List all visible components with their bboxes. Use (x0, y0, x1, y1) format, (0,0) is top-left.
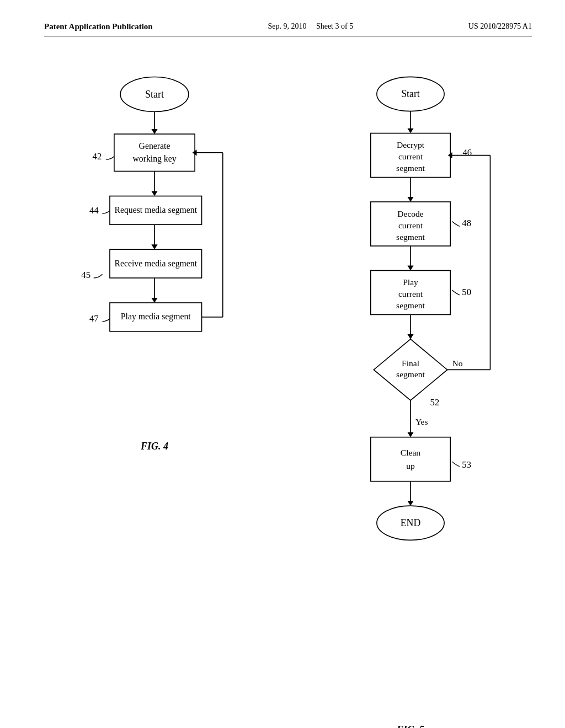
diagrams-container: Start 42 Generate working key 44 (44, 69, 532, 728)
svg-marker-59 (407, 432, 413, 437)
svg-text:48: 48 (462, 218, 471, 228)
svg-text:Start: Start (145, 89, 164, 100)
fig5-label: FIG. 5 (397, 724, 424, 728)
svg-text:47: 47 (89, 313, 99, 324)
svg-text:46: 46 (462, 147, 472, 158)
svg-marker-3 (151, 129, 157, 134)
svg-text:Decrypt: Decrypt (397, 140, 425, 149)
svg-marker-37 (407, 197, 413, 202)
svg-text:Play media segment: Play media segment (121, 312, 191, 322)
header-patent-number: US 2010/228975 A1 (468, 22, 532, 31)
svg-text:Decode: Decode (397, 209, 424, 218)
svg-text:segment: segment (396, 301, 425, 310)
svg-text:Start: Start (401, 88, 420, 99)
header-date-sheet: Sep. 9, 2010 Sheet 3 of 5 (268, 22, 353, 31)
svg-text:52: 52 (430, 397, 440, 408)
svg-marker-19 (151, 298, 157, 303)
svg-text:Final: Final (402, 358, 420, 368)
fig4-svg: Start 42 Generate working key 44 (55, 69, 254, 430)
svg-text:up: up (406, 461, 415, 470)
header-date: Sep. 9, 2010 (268, 22, 306, 30)
svg-text:Clean: Clean (401, 448, 420, 457)
svg-text:Yes: Yes (415, 417, 428, 426)
svg-text:44: 44 (89, 205, 99, 216)
svg-text:current: current (398, 152, 423, 161)
svg-marker-9 (151, 191, 157, 196)
svg-rect-5 (114, 134, 195, 172)
svg-text:50: 50 (462, 287, 471, 297)
fig5-svg: Start 46 Decrypt current segment 48 (300, 69, 521, 713)
header-publication-label: Patent Application Publication (44, 22, 153, 31)
svg-marker-69 (407, 501, 413, 506)
header-sheet: Sheet 3 of 5 (316, 22, 353, 30)
svg-text:Generate: Generate (139, 141, 170, 151)
header: Patent Application Publication Sep. 9, 2… (44, 22, 532, 36)
fig4-container: Start 42 Generate working key 44 (55, 69, 254, 452)
svg-text:current: current (398, 289, 423, 298)
svg-text:working key: working key (132, 154, 176, 164)
svg-marker-30 (407, 129, 413, 133)
svg-marker-51 (407, 334, 413, 339)
svg-text:42: 42 (93, 151, 102, 162)
fig4-label: FIG. 4 (141, 441, 168, 452)
svg-text:Play: Play (403, 277, 418, 287)
svg-text:53: 53 (462, 459, 471, 470)
svg-text:current: current (398, 221, 423, 230)
svg-text:Request media segment: Request media segment (114, 205, 197, 215)
svg-marker-44 (407, 266, 413, 271)
svg-text:segment: segment (396, 163, 425, 173)
svg-marker-14 (151, 244, 157, 249)
svg-text:No: No (452, 358, 463, 368)
svg-rect-65 (371, 437, 450, 481)
svg-text:45: 45 (81, 270, 90, 280)
svg-text:Receive media segment: Receive media segment (114, 259, 197, 269)
svg-text:segment: segment (396, 232, 425, 242)
fig5-container: Start 46 Decrypt current segment 48 (300, 69, 521, 728)
svg-text:END: END (401, 517, 421, 528)
page: Patent Application Publication Sep. 9, 2… (0, 0, 565, 728)
svg-text:segment: segment (396, 370, 425, 379)
